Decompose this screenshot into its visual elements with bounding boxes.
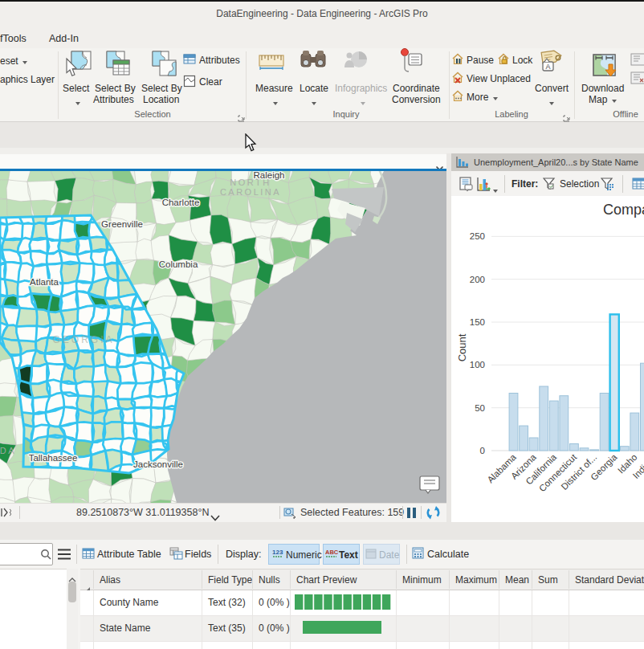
svg-text:123: 123 <box>272 549 283 556</box>
svg-text:DA: DA <box>0 446 16 455</box>
svg-text:200: 200 <box>470 275 485 284</box>
svg-text:A: A <box>545 63 550 71</box>
svg-text:Columbia: Columbia <box>159 259 198 269</box>
svg-text:50: 50 <box>475 403 485 413</box>
svg-text:Greenville: Greenville <box>101 219 143 229</box>
svg-text:GEORGIA: GEORGIA <box>52 334 114 345</box>
svg-text:Charlotte: Charlotte <box>162 198 200 207</box>
svg-text:Atlanta: Atlanta <box>30 277 59 287</box>
svg-text:Comparison of Counts: Comparison of Counts <box>603 202 644 218</box>
svg-text:100: 100 <box>470 360 485 369</box>
svg-text:0: 0 <box>480 446 485 455</box>
svg-text:CAROLINA: CAROLINA <box>220 187 281 197</box>
svg-text:Jacksonville: Jacksonville <box>133 459 183 469</box>
svg-text:150: 150 <box>470 317 485 327</box>
svg-text:Tallahassee: Tallahassee <box>29 453 78 463</box>
svg-text:ABC: ABC <box>325 549 338 556</box>
svg-text:Count: Count <box>456 333 468 361</box>
svg-text:250: 250 <box>470 231 485 241</box>
svg-text:Raleigh: Raleigh <box>254 171 285 180</box>
